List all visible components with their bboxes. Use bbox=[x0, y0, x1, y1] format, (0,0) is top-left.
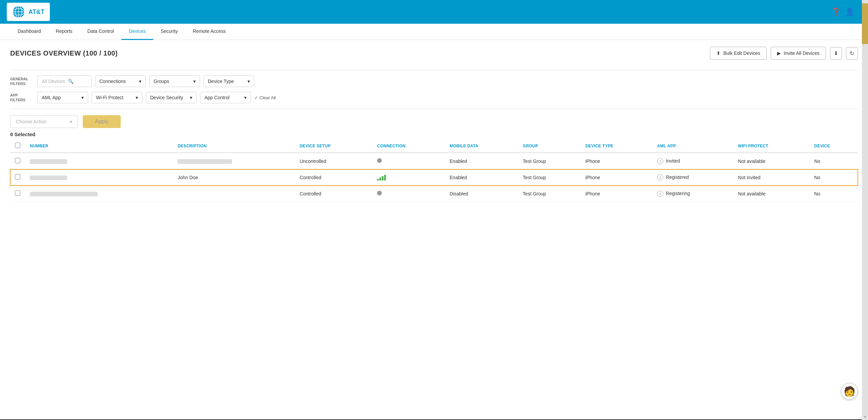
action-bar: Choose Action ▾ Apply bbox=[10, 115, 858, 128]
row2-checkbox[interactable] bbox=[15, 174, 20, 180]
row1-description bbox=[173, 153, 295, 169]
app-control-filter[interactable]: App Control ▾ bbox=[200, 92, 251, 103]
col-connection: CONNECTION bbox=[372, 139, 445, 153]
row3-device-extra: No bbox=[809, 186, 858, 202]
table-row: Uncontrolled Enabled Test Group iPhone i… bbox=[10, 153, 858, 169]
att-globe-icon bbox=[12, 5, 25, 18]
row2-description: John Doe bbox=[173, 169, 295, 186]
choose-action-select[interactable]: Choose Action ▾ bbox=[10, 115, 78, 128]
header-buttons: ⬆ Bulk Edit Devices ▶ Invite All Devices… bbox=[710, 47, 858, 60]
apply-label: Apply bbox=[95, 119, 108, 124]
row2-number-blurred bbox=[30, 175, 67, 180]
groups-chevron-icon: ▾ bbox=[193, 79, 196, 84]
col-mobile-data: MOBILE DATA bbox=[445, 139, 518, 153]
col-device-extra: DEVICE bbox=[809, 139, 858, 153]
row3-number bbox=[25, 186, 173, 202]
row2-aml-app: i Registered bbox=[652, 169, 733, 186]
download-button[interactable]: ⬇ bbox=[830, 47, 842, 60]
bulk-edit-label: Bulk Edit Devices bbox=[723, 50, 760, 56]
nav-remote-access[interactable]: Remote Access bbox=[185, 24, 233, 40]
row3-aml-app: i Registering bbox=[652, 186, 733, 202]
row3-aml-status: Registering bbox=[666, 191, 690, 196]
question-icon: ❓ bbox=[831, 7, 841, 16]
wifi-protect-chevron-icon: ▾ bbox=[136, 95, 138, 100]
apply-button[interactable]: Apply bbox=[83, 115, 121, 128]
row1-number bbox=[25, 153, 173, 169]
col-aml-app: AML APP bbox=[652, 139, 733, 153]
nav-data-control[interactable]: Data Control bbox=[80, 24, 122, 40]
col-device-type: DEVICE TYPE bbox=[580, 139, 652, 153]
nav-devices[interactable]: Devices bbox=[121, 24, 153, 40]
chat-button[interactable]: 🧑 bbox=[841, 383, 858, 400]
row1-device-extra: No bbox=[809, 153, 858, 169]
invite-all-label: Invite All Devices bbox=[784, 50, 820, 56]
row2-connection bbox=[372, 169, 445, 186]
header-icons: ❓ 👤 bbox=[831, 7, 854, 16]
col-device-setup: DEVICE SETUP bbox=[295, 139, 373, 153]
app-control-label: App Control bbox=[204, 95, 230, 100]
bar2 bbox=[379, 177, 381, 181]
clear-all-button[interactable]: ✓ Clear All bbox=[254, 95, 276, 100]
refresh-button[interactable]: ↻ bbox=[846, 47, 858, 60]
logo-text: AT&T bbox=[28, 8, 44, 16]
row1-checkbox[interactable] bbox=[15, 158, 20, 163]
user-button[interactable]: 👤 bbox=[845, 7, 854, 16]
row1-aml-status: Invited bbox=[666, 158, 680, 164]
app-filters-label: APP FILTERS bbox=[10, 93, 34, 103]
invite-arrow-icon: ▶ bbox=[777, 50, 781, 56]
connections-chevron-icon: ▾ bbox=[139, 79, 141, 84]
scrollbar-thumb[interactable] bbox=[862, 3, 868, 44]
wifi-protect-label: Wi-Fi Protect bbox=[96, 95, 123, 100]
page-scrollbar[interactable] bbox=[862, 0, 868, 420]
help-button[interactable]: ❓ bbox=[831, 7, 841, 16]
nav-security[interactable]: Security bbox=[153, 24, 185, 40]
row1-connection bbox=[372, 153, 445, 169]
page-header: DEVICES OVERVIEW (100 / 100) ⬆ Bulk Edit… bbox=[10, 47, 858, 63]
nav-reports[interactable]: Reports bbox=[48, 24, 80, 40]
col-group: GROUP bbox=[518, 139, 581, 153]
groups-filter[interactable]: Groups ▾ bbox=[149, 76, 200, 87]
select-all-checkbox[interactable] bbox=[15, 143, 20, 148]
row1-group: Test Group bbox=[518, 153, 581, 169]
wifi-protect-filter[interactable]: Wi-Fi Protect ▾ bbox=[92, 92, 142, 103]
col-number: NUMBER bbox=[25, 139, 173, 153]
aml-app-label: AML App bbox=[42, 95, 61, 100]
bar3 bbox=[382, 176, 383, 181]
row1-desc-blurred bbox=[178, 159, 232, 164]
bulk-edit-icon: ⬆ bbox=[716, 50, 721, 56]
row1-device-type: iPhone bbox=[580, 153, 652, 169]
device-type-filter[interactable]: Device Type ▾ bbox=[203, 76, 254, 87]
choose-action-placeholder: Choose Action bbox=[16, 119, 46, 124]
header-checkbox-cell bbox=[10, 139, 25, 153]
table-header: NUMBER DESCRIPTION DEVICE SETUP CONNECTI… bbox=[10, 139, 858, 153]
nav-dashboard[interactable]: Dashboard bbox=[10, 24, 48, 40]
app-control-chevron-icon: ▾ bbox=[244, 95, 246, 100]
row3-number-blurred bbox=[30, 192, 98, 196]
logo-area: AT&T bbox=[7, 3, 50, 21]
invite-all-button[interactable]: ▶ Invite All Devices bbox=[771, 47, 826, 60]
search-placeholder: All Devices bbox=[42, 79, 65, 84]
row2-number bbox=[25, 169, 173, 186]
row2-aml-status: Registered bbox=[666, 174, 689, 180]
selected-count: 0 Selected bbox=[10, 131, 858, 137]
scrollbar-bottom[interactable]: ▾ bbox=[862, 413, 868, 420]
row3-connection-dot bbox=[377, 191, 382, 195]
aml-app-filter[interactable]: AML App ▾ bbox=[37, 92, 88, 103]
clear-all-label: Clear All bbox=[259, 95, 276, 100]
row3-checkbox[interactable] bbox=[15, 190, 20, 196]
row3-checkbox-cell bbox=[10, 186, 25, 202]
chat-avatar-icon: 🧑 bbox=[844, 386, 855, 397]
connections-filter[interactable]: Connections ▾ bbox=[95, 76, 146, 87]
row2-group: Test Group bbox=[518, 169, 581, 186]
row3-device-setup: Controlled bbox=[295, 186, 373, 202]
row1-connection-dot bbox=[377, 158, 382, 163]
row3-description bbox=[173, 186, 295, 202]
row1-info-icon: i bbox=[657, 158, 663, 164]
row2-mobile-data: Enabled bbox=[445, 169, 518, 186]
row3-info-icon: i bbox=[657, 191, 663, 197]
bulk-edit-button[interactable]: ⬆ Bulk Edit Devices bbox=[710, 47, 767, 60]
search-filter[interactable]: All Devices 🔍 bbox=[37, 76, 92, 87]
row1-checkbox-cell bbox=[10, 153, 25, 169]
device-security-filter[interactable]: Device Security ▾ bbox=[146, 92, 197, 103]
general-filters-row: GENERAL FILTERS All Devices 🔍 Connection… bbox=[10, 76, 858, 87]
